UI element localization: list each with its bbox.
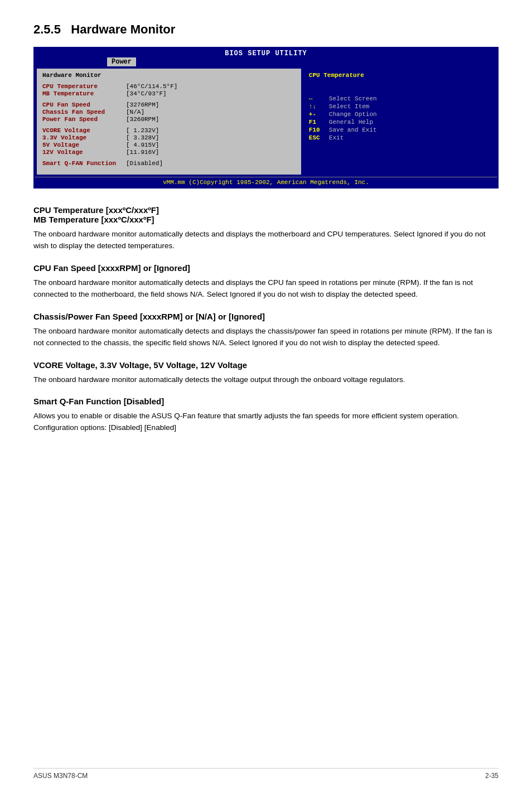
bios-group-qfan: Smart Q-FAN Function [Disabled] [42,160,296,167]
bios-label-3v3: 3.3V Voltage [42,134,126,141]
bios-row-cpu-temp: CPU Temperature [46°C/114.5°F] [42,83,296,90]
bios-legend-row-1: ↔ Select Screen [309,95,490,102]
bios-value-5v: [ 4.915V] [126,142,159,148]
section-number: 2.5.5 [33,22,61,36]
bios-legend-key-2: ↑↓ [309,103,326,110]
bios-row-cpu-fan: CPU Fan Speed [3276RPM] [42,102,296,108]
bios-value-chassis-fan: [N/A] [126,109,144,115]
bios-value-12v: [11.916V] [126,149,159,156]
bios-value-mb-temp: [34°C/93°F] [126,90,167,97]
bios-label-cpu-fan: CPU Fan Speed [42,102,126,108]
bios-group-temp: CPU Temperature [46°C/114.5°F] MB Temper… [42,83,296,97]
bios-value-3v3: [ 3.328V] [126,134,159,141]
bios-label-qfan: Smart Q-FAN Function [42,160,126,167]
bios-right-panel: CPU Temperature ↔ Select Screen ↑↓ Selec… [303,69,495,175]
bios-row-3v3: 3.3V Voltage [ 3.328V] [42,134,296,141]
doc-section-chassis-fan: Chassis/Power Fan Speed [xxxxRPM] or [N/… [33,312,499,349]
doc-body-cpu-fan: The onboard hardware monitor automatical… [33,277,499,301]
doc-section-voltage: VCORE Voltage, 3.3V Voltage, 5V Voltage,… [33,360,499,386]
doc-heading-chassis-fan: Chassis/Power Fan Speed [xxxxRPM] or [N/… [33,312,499,321]
doc-heading-qfan: Smart Q-Fan Function [Disabled] [33,397,499,406]
bios-right-title: CPU Temperature [309,72,490,79]
bios-row-5v: 5V Voltage [ 4.915V] [42,142,296,148]
doc-body-cpu-temp: The onboard hardware monitor automatical… [33,229,499,252]
footer-right: 2-35 [485,772,499,780]
bios-active-tab[interactable]: Power [107,57,136,66]
bios-label-mb-temp: MB Temperature [42,90,126,97]
bios-value-vcore: [ 1.232V] [126,127,159,134]
doc-heading-cpu-fan: CPU Fan Speed [xxxxRPM] or [Ignored] [33,263,499,273]
bios-row-12v: 12V Voltage [11.916V] [42,149,296,156]
bios-main-area: Hardware Monitor CPU Temperature [46°C/1… [35,66,497,177]
bios-group-fan: CPU Fan Speed [3276RPM] Chassis Fan Spee… [42,102,296,123]
bios-row-qfan: Smart Q-FAN Function [Disabled] [42,160,296,167]
footer-left: ASUS M3N78-CM [33,772,88,780]
bios-legend-key-3: +- [309,111,326,118]
bios-legend-desc-6: Exit [329,134,344,141]
bios-value-cpu-temp: [46°C/114.5°F] [126,83,177,90]
doc-body-qfan: Allows you to enable or disable the ASUS… [33,410,499,434]
bios-title: BIOS SETUP UTILITY [225,50,307,57]
bios-label-5v: 5V Voltage [42,142,126,148]
bios-screen: BIOS SETUP UTILITY Power Hardware Monito… [33,47,499,189]
bios-legend-key-5: F10 [309,127,326,133]
bios-label-cpu-temp: CPU Temperature [42,83,126,90]
page-footer: ASUS M3N78-CM 2-35 [33,768,499,780]
bios-tab-row: Power [35,57,497,66]
bios-legend-desc-2: Select Item [329,103,370,110]
bios-label-12v: 12V Voltage [42,149,126,156]
bios-value-qfan: [Disabled] [126,160,163,167]
doc-section-cpu-fan: CPU Fan Speed [xxxxRPM] or [Ignored] The… [33,263,499,301]
bios-left-panel: Hardware Monitor CPU Temperature [46°C/1… [37,69,301,175]
bios-legend: ↔ Select Screen ↑↓ Select Item +- Change… [309,95,490,141]
bios-legend-key-6: ESC [309,134,326,141]
bios-label-vcore: VCORE Voltage [42,127,126,134]
bios-row-power-fan: Power Fan Speed [3260RPM] [42,116,296,123]
bios-header: BIOS SETUP UTILITY [35,48,497,57]
bios-legend-key-1: ↔ [309,95,326,102]
section-heading: Hardware Monitor [71,22,175,36]
bios-legend-desc-5: Save and Exit [329,127,377,133]
bios-row-mb-temp: MB Temperature [34°C/93°F] [42,90,296,97]
bios-group-voltage: VCORE Voltage [ 1.232V] 3.3V Voltage [ 3… [42,127,296,156]
doc-section-qfan: Smart Q-Fan Function [Disabled] Allows y… [33,397,499,434]
bios-legend-key-4: F1 [309,119,326,125]
bios-row-vcore: VCORE Voltage [ 1.232V] [42,127,296,134]
bios-row-chassis-fan: Chassis Fan Speed [N/A] [42,109,296,115]
bios-legend-row-4: F1 General Help [309,119,490,125]
bios-legend-desc-3: Change Option [329,111,377,118]
bios-left-title: Hardware Monitor [42,72,296,79]
doc-heading-cpu-temp: CPU Temperature [xxxºC/xxxºF]MB Temperat… [33,205,499,224]
bios-legend-row-2: ↑↓ Select Item [309,103,490,110]
section-title: 2.5.5 Hardware Monitor [33,22,499,37]
doc-heading-voltage: VCORE Voltage, 3.3V Voltage, 5V Voltage,… [33,360,499,370]
bios-legend-row-3: +- Change Option [309,111,490,118]
doc-body-voltage: The onboard hardware monitor automatical… [33,374,499,386]
bios-legend-desc-4: General Help [329,119,373,125]
doc-body-chassis-fan: The onboard hardware monitor automatical… [33,326,499,349]
bios-label-power-fan: Power Fan Speed [42,116,126,123]
bios-legend-row-5: F10 Save and Exit [309,127,490,133]
bios-legend-desc-1: Select Screen [329,95,377,102]
bios-legend-row-6: ESC Exit [309,134,490,141]
bios-label-chassis-fan: Chassis Fan Speed [42,109,126,115]
bios-value-power-fan: [3260RPM] [126,116,159,123]
bios-value-cpu-fan: [3276RPM] [126,102,159,108]
bios-footer: vMM.mm (C)Copyright 1985-2002, American … [35,177,497,187]
doc-section-cpu-temp: CPU Temperature [xxxºC/xxxºF]MB Temperat… [33,205,499,252]
